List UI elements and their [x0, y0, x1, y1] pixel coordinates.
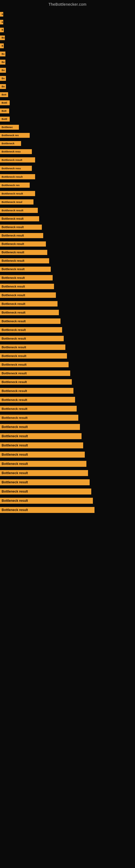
item-row: Bottleneck result — [0, 404, 135, 413]
orange-label[interactable]: Bottleneck result — [0, 362, 69, 367]
orange-label[interactable]: Bottleneck result — [0, 191, 35, 196]
orange-label[interactable]: Bottleneck result — [0, 433, 82, 439]
orange-label[interactable]: Bo — [0, 76, 6, 81]
orange-label[interactable]: Bottleneck result — [0, 479, 90, 485]
item-row: Bottleneck result — [0, 386, 135, 395]
item-row: Bottleneck result — [0, 173, 135, 181]
orange-label[interactable]: Bottleneck resu — [0, 166, 32, 171]
orange-label[interactable]: Bottleneck result — [0, 216, 39, 221]
orange-label[interactable]: B — [0, 12, 3, 17]
orange-label[interactable]: Bottleneck result — [0, 415, 78, 421]
item-row: Bottleneck result — [0, 231, 135, 240]
item-row: Bottleneck result — [0, 291, 135, 300]
item-row: Bottleneck res — [0, 131, 135, 140]
item-row: B — [0, 26, 135, 34]
orange-label[interactable]: Bottleneck result — [0, 461, 86, 467]
orange-label[interactable]: Bo — [0, 35, 5, 40]
orange-label[interactable]: Bottlenec — [0, 125, 19, 130]
item-row: Bo — [0, 74, 135, 83]
item-row: Bott — [0, 91, 135, 99]
orange-label[interactable]: Bo — [0, 52, 5, 56]
orange-label[interactable]: Bottleneck result — [0, 318, 60, 324]
item-row: Bottleneck result — [0, 334, 135, 343]
orange-label[interactable]: Bo — [0, 68, 6, 73]
item-row: Bottleneck result — [0, 326, 135, 334]
orange-label[interactable]: Bottleneck res — [0, 133, 30, 138]
orange-label[interactable]: Bottleneck result — [0, 310, 59, 315]
orange-label[interactable]: Bottleneck resul — [0, 199, 34, 205]
item-row: Bottleneck result — [0, 248, 135, 257]
orange-label[interactable]: Bottleneck result — [0, 284, 54, 289]
item-row: Bottleneck result — [0, 432, 135, 441]
item-row: Bott — [0, 107, 135, 115]
orange-label[interactable]: Bottleneck result — [0, 208, 38, 213]
orange-label[interactable]: Bottleneck result — [0, 498, 93, 504]
orange-label[interactable]: Bott — [0, 108, 9, 113]
item-row: Bottleneck result — [0, 441, 135, 450]
items-container: BBBBoBBoBoBoBoBoBottBottlBottBottlBottle… — [0, 8, 135, 517]
orange-label[interactable]: Bottleneck result — [0, 489, 91, 495]
orange-label[interactable]: B — [0, 28, 4, 32]
orange-label[interactable]: Bottleneck result — [0, 336, 64, 341]
orange-label[interactable]: Bottleneck result — [0, 388, 74, 394]
orange-label[interactable]: Bottleneck result — [0, 424, 80, 430]
item-row: Bottleneck result — [0, 273, 135, 282]
orange-label[interactable]: Bottleneck result — [0, 250, 47, 255]
orange-label[interactable]: Bottleneck result — [0, 275, 53, 280]
orange-label[interactable]: Bottleneck result — [0, 371, 70, 376]
orange-label[interactable]: B — [0, 20, 3, 24]
orange-label[interactable]: Bottleneck result — [0, 292, 56, 298]
item-row: Bottlenec — [0, 123, 135, 131]
orange-label[interactable]: Bottl — [0, 117, 10, 122]
orange-label[interactable]: Bottleneck result — [0, 233, 43, 238]
item-row: Bottl — [0, 115, 135, 123]
item-row: Bottleneck resu — [0, 148, 135, 156]
orange-label[interactable]: Bottleneck result — [0, 344, 65, 350]
item-row: Bottleneck result — [0, 505, 135, 515]
item-row: Bo — [0, 50, 135, 58]
orange-label[interactable]: Bottleneck result — [0, 258, 49, 264]
orange-label[interactable]: B — [0, 43, 4, 48]
item-row: Bottleneck result — [0, 496, 135, 505]
item-row: Bottleneck result — [0, 343, 135, 351]
orange-label[interactable]: Bottl — [0, 100, 10, 105]
orange-label[interactable]: Bott — [0, 92, 8, 97]
item-row: Bottleneck result — [0, 317, 135, 326]
orange-label[interactable]: Bottleneck resu — [0, 149, 32, 154]
orange-label[interactable]: Bottleneck result — [0, 241, 46, 247]
orange-label[interactable]: Bottleneck result — [0, 452, 85, 458]
orange-label[interactable]: Bottleneck result — [0, 379, 72, 384]
orange-label[interactable]: Bottleneck result — [0, 301, 57, 307]
orange-label[interactable]: Bottleneck result — [0, 225, 42, 230]
orange-label[interactable]: Bottleneck result — [0, 406, 77, 411]
item-row: Bo — [0, 66, 135, 74]
orange-label[interactable]: Bottleneck result — [0, 507, 94, 513]
item-row: Bottleneck result — [0, 300, 135, 308]
item-row: Bottleneck result — [0, 240, 135, 248]
site-title: TheBottlenecker.com — [0, 0, 135, 8]
orange-label[interactable]: Bottleneck result — [0, 174, 35, 179]
orange-label[interactable]: Bottleneck result — [0, 267, 51, 272]
orange-label[interactable]: Bottleneck result — [0, 442, 83, 448]
item-row: Bottleneck result — [0, 265, 135, 273]
orange-label[interactable]: Bo — [0, 84, 6, 89]
item-row: Bottleneck resu — [0, 164, 135, 173]
item-row: Bottleneck result — [0, 223, 135, 231]
item-row: Bottleneck result — [0, 468, 135, 478]
item-row: Bottleneck result — [0, 422, 135, 432]
item-row: Bo — [0, 83, 135, 91]
item-row: Bottleneck result — [0, 369, 135, 378]
item-row: Bo — [0, 34, 135, 42]
orange-label[interactable]: Bottleneck result — [0, 353, 67, 359]
orange-label[interactable]: Bo — [0, 60, 5, 65]
item-row: Bottleneck result — [0, 215, 135, 223]
orange-label[interactable]: Bottleneck result — [0, 470, 88, 476]
orange-label[interactable]: Bottleneck result — [0, 157, 35, 162]
orange-label[interactable]: Bottleneck result — [0, 397, 75, 403]
orange-label[interactable]: Bottleneck result — [0, 327, 62, 333]
item-row: Bottl — [0, 99, 135, 107]
orange-label[interactable]: Bottleneck res — [0, 183, 30, 188]
item-row: Bottleneck result — [0, 395, 135, 404]
item-row: Bottleneck result — [0, 308, 135, 317]
orange-label[interactable]: Bottleneck — [0, 141, 21, 146]
